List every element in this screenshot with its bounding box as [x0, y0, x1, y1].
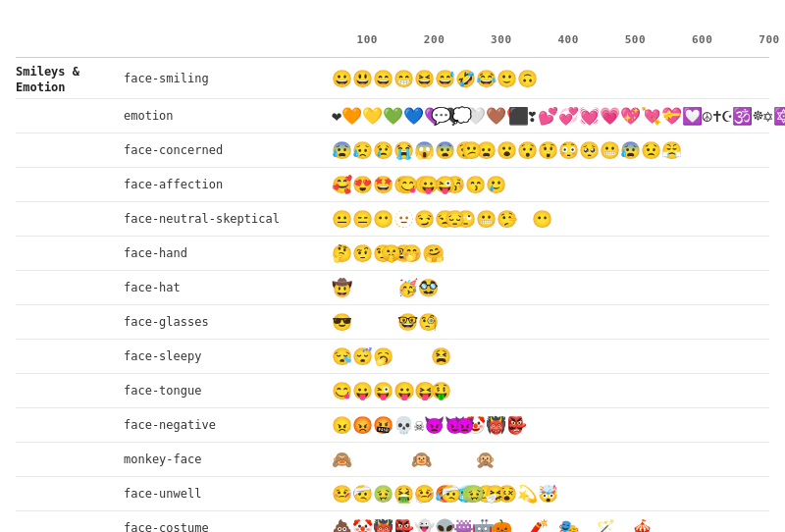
emoji-group: 🥳🥸 [397, 280, 439, 296]
emoji-group: 😰😥😢😭😱😨😧😦😮😯😲😳🥺😬😰😟😤 [332, 142, 682, 159]
cell-emojis: 💩🤡👹👺👻👽👾🤖👾🤖🎃🧨🎭🪄🎪 [300, 514, 769, 532]
emoji-group: 😀😃😄😁😆😅🤣😂🙂🙃 [332, 70, 538, 86]
cell-emojis: 😠😡🤬💀☠️👿😈🤡👹👺👿 [300, 411, 769, 439]
emoji-group: 👾🤖 [451, 520, 493, 532]
emoji-group: 😔 [445, 211, 465, 228]
table-row: Smileys & Emotionface-smiling😀😃😄😁😆😅🤣😂🙂🙃 [16, 58, 769, 99]
cell-category [16, 171, 124, 175]
cell-emojis: 😰😥😢😭😱😨😧😦😮😯😲😳🥺😬😰😟😤😕 [300, 136, 769, 164]
cell-category [16, 136, 124, 140]
cell-emojis: 😎🤓🧐 [300, 308, 769, 336]
emoji-group: 🤒 [414, 486, 435, 503]
emoji-group: 🪄 [595, 520, 615, 532]
emoji-group: 😫 [431, 348, 451, 365]
emoji-group: 🎪 [632, 520, 653, 532]
cell-emojis: 🤠🥳🥸 [300, 274, 769, 301]
cell-subcategory: face-smiling [124, 72, 300, 85]
cell-subcategory: face-concerned [124, 143, 300, 157]
axis-label-500: 500 [625, 33, 647, 46]
cell-category [16, 480, 124, 484]
cell-emojis: 🥰😍🤩😘😗☺️😚😙🥲😋😛😜 [300, 171, 769, 198]
table-row: face-glasses😎🤓🧐 [16, 305, 769, 340]
axis-label-600: 600 [692, 33, 713, 46]
cell-category [16, 274, 124, 278]
emoji-group: 😎 [332, 314, 352, 331]
cell-emojis: ❤️🧡💛💚💙💜🖤🤍🤎💔❣️💕💞💓💗💖💘💝💟☮️✝️☪️🕉️☸️✡️🔯🕎☯️☦️🛐… [300, 102, 769, 130]
emoji-group: 🙊 [475, 452, 496, 468]
table-row: face-concerned😰😥😢😭😱😨😧😦😮😯😲😳🥺😬😰😟😤😕 [16, 133, 769, 168]
emoji-group: ⬛ [508, 108, 529, 125]
emoji-group: 😛😝 [394, 383, 436, 399]
cell-emojis: 😀😃😄😁😆😅🤣😂🙂🙃 [300, 65, 769, 92]
emoji-group: 🎃 [492, 520, 512, 532]
table-row: face-sleepy😪😴🥱😫 [16, 340, 769, 374]
chart-header: 100200300400500600700 [16, 33, 769, 58]
emoji-group: 🤢 [464, 486, 485, 503]
emoji-group: 😜 [435, 177, 455, 193]
cell-emojis: 🙈🙉🙊 [300, 446, 769, 473]
axis-label-700: 700 [759, 33, 780, 46]
emoji-group: ❤️🧡💛💚💙💜🖤🤍🤎💔❣️💕💞💓💗💖💘💝💟☮️✝️☪️🕉️☸️✡️🔯🕎☯️☦️🛐… [332, 108, 785, 125]
axis-label-200: 200 [424, 33, 445, 46]
emoji-group: 😐😑😶🫥😏😒🙄😬🤥 [332, 211, 517, 228]
cell-subcategory: face-glasses [124, 315, 300, 329]
emoji-group: 🤓🧐 [397, 314, 439, 331]
table-row: face-hat🤠🥳🥸 [16, 271, 769, 305]
cell-category [16, 102, 124, 106]
cell-category [16, 411, 124, 415]
emoji-group: 🙉 [411, 452, 432, 468]
axis-label-300: 300 [491, 33, 512, 46]
cell-category [16, 514, 124, 518]
cell-subcategory: face-tongue [124, 384, 300, 398]
cell-subcategory: face-neutral-skeptical [124, 212, 300, 226]
cell-subcategory: face-sleepy [124, 349, 300, 363]
cell-emojis: 😐😑😶🫥😏😒🙄😬🤥😔😶 [300, 205, 769, 233]
header-chart-area: 100200300400500600700 [300, 33, 769, 53]
cell-subcategory: face-hand [124, 246, 300, 260]
cell-subcategory: monkey-face [124, 452, 300, 466]
cell-subcategory: face-unwell [124, 487, 300, 501]
cell-emojis: 😪😴🥱😫 [300, 343, 769, 370]
cell-subcategory: emotion [124, 109, 300, 123]
table-row: face-unwell🤒🤕🤢🤮🤧🥵🥶🥴😵💫🤯🤒🤕🤢🤢🤧 [16, 477, 769, 511]
emoji-group: 😶 [532, 211, 552, 228]
cell-category [16, 377, 124, 381]
emoji-group: 👿 [454, 417, 475, 434]
table-row: monkey-face🙈🙉🙊 [16, 443, 769, 477]
header-subcategory [124, 33, 300, 53]
axis-labels: 100200300400500600700 [300, 33, 769, 53]
axis-label-100: 100 [357, 33, 379, 46]
table-row: face-hand🤔🤨🧐🤓🤫🤭🫢🤗 [16, 237, 769, 271]
emoji-group: 😋😛 [397, 177, 439, 193]
emoji-group: 😪😴🥱 [332, 348, 393, 365]
cell-emojis: 🤔🤨🧐🤓🤫🤭🫢🤗 [300, 239, 769, 267]
cell-subcategory: face-negative [124, 418, 300, 432]
emoji-group: 💬💭 [431, 108, 472, 125]
axis-label-400: 400 [557, 33, 579, 46]
emoji-group: 🎭 [558, 520, 579, 532]
emoji-group: 🤠 [332, 280, 352, 296]
emoji-group: 😕 [461, 142, 482, 159]
cell-subcategory: face-hat [124, 281, 300, 294]
emoji-group: 🤑 [431, 383, 451, 399]
cell-emojis: 😋😛😜🤪😝😛😝🤑 [300, 377, 769, 404]
table-row: face-affection🥰😍🤩😘😗☺️😚😙🥲😋😛😜 [16, 168, 769, 202]
chart-area: 100200300400500600700 Smileys & Emotionf… [16, 33, 769, 532]
table-row: face-neutral-skeptical😐😑😶🫥😏😒🙄😬🤥😔😶 [16, 202, 769, 237]
cell-category [16, 205, 124, 209]
chart-container: Smileys & Emotionface-smiling😀😃😄😁😆😅🤣😂🙂🙃e… [16, 58, 769, 532]
emoji-group: 😠😡🤬💀☠️👿😈🤡👹👺 [332, 417, 527, 434]
emoji-group: 🧨 [528, 520, 549, 532]
cell-subcategory: face-costume [124, 521, 300, 532]
table-row: face-negative😠😡🤬💀☠️👿😈🤡👹👺👿 [16, 408, 769, 443]
emoji-group: 🤗 [424, 245, 445, 262]
table-row: face-costume💩🤡👹👺👻👽👾🤖👾🤖🎃🧨🎭🪄🎪 [16, 511, 769, 532]
cell-category [16, 446, 124, 450]
table-row: face-tongue😋😛😜🤪😝😛😝🤑 [16, 374, 769, 408]
cell-category [16, 308, 124, 312]
emoji-group: 🤧 [485, 486, 505, 503]
cell-subcategory: face-affection [124, 178, 300, 191]
cell-category [16, 239, 124, 243]
cell-category: Smileys & Emotion [16, 61, 124, 95]
emoji-group: 🙈 [332, 452, 352, 468]
